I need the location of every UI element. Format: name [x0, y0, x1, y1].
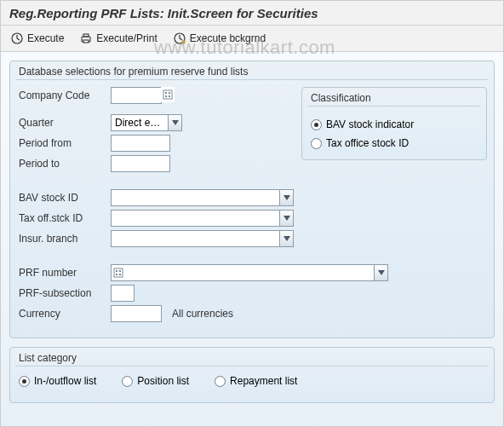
- execute-button[interactable]: Execute: [4, 29, 70, 48]
- toolbar: Execute Execute/Print Execute bckgrnd: [1, 26, 503, 52]
- execute-label: Execute: [27, 32, 64, 44]
- insur-branch-label: Insur. branch: [19, 233, 111, 245]
- clock-execute-icon: [10, 32, 24, 45]
- radio-bav-stock-indicator[interactable]: BAV stock indicator: [311, 115, 478, 134]
- chevron-down-icon: [279, 190, 293, 205]
- company-code-label: Company Code: [19, 89, 111, 101]
- value-help-icon[interactable]: [112, 265, 125, 280]
- svg-rect-14: [116, 274, 117, 275]
- list-category-title: List category: [10, 348, 494, 366]
- radio-label: In-/outflow list: [34, 375, 96, 387]
- prf-number-select[interactable]: [111, 264, 388, 281]
- radio-icon: [122, 376, 133, 387]
- classification-title: Classification: [302, 88, 486, 106]
- execute-print-label: Execute/Print: [96, 32, 157, 44]
- bav-stock-id-select[interactable]: [111, 189, 294, 206]
- radio-in-outflow-list[interactable]: In-/outflow list: [19, 375, 96, 387]
- prf-subsection-label: PRF-subsection: [19, 287, 111, 299]
- quarter-label: Quarter: [19, 117, 111, 129]
- period-to-label: Period to: [19, 158, 111, 170]
- value-help-icon[interactable]: [161, 87, 175, 102]
- quarter-select[interactable]: Direct en…: [111, 114, 182, 131]
- period-from-input[interactable]: [111, 135, 170, 152]
- clock-bg-icon: [173, 32, 186, 45]
- radio-label: Tax office stock ID: [326, 137, 409, 149]
- page-title: Reg.Reporting PRF Lists: Init.Screen for…: [9, 6, 318, 20]
- print-icon: [79, 32, 93, 45]
- tax-off-stck-id-label: Tax off.stck ID: [19, 212, 111, 224]
- svg-rect-7: [165, 92, 167, 94]
- svg-rect-10: [169, 95, 170, 97]
- radio-icon: [19, 376, 30, 387]
- company-code-input[interactable]: [111, 87, 162, 104]
- chevron-down-icon: [279, 231, 293, 246]
- radio-tax-office-stock-id[interactable]: Tax office stock ID: [311, 134, 478, 153]
- quarter-value: Direct en…: [112, 117, 168, 129]
- currency-input[interactable]: [111, 305, 162, 322]
- all-currencies-text: All currencies: [172, 308, 233, 320]
- divider: [307, 106, 481, 107]
- radio-repayment-list[interactable]: Repayment list: [215, 375, 297, 387]
- radio-label: BAV stock indicator: [326, 118, 414, 130]
- svg-rect-3: [83, 40, 89, 43]
- tax-off-stck-id-select[interactable]: [111, 210, 294, 227]
- radio-position-list[interactable]: Position list: [122, 375, 189, 387]
- radio-label: Position list: [137, 375, 189, 387]
- chevron-down-icon: [168, 115, 181, 130]
- period-from-label: Period from: [19, 137, 111, 149]
- prf-number-label: PRF number: [19, 267, 111, 279]
- svg-rect-2: [83, 34, 89, 37]
- radio-icon: [311, 119, 322, 130]
- svg-rect-13: [119, 270, 121, 272]
- radio-label: Repayment list: [230, 375, 297, 387]
- classification-group: Classification BAV stock indicator Tax o…: [301, 87, 487, 160]
- svg-rect-8: [169, 92, 170, 94]
- radio-icon: [215, 376, 226, 387]
- execute-print-button[interactable]: Execute/Print: [73, 29, 163, 48]
- svg-rect-12: [116, 270, 117, 272]
- period-to-input[interactable]: [111, 155, 170, 172]
- svg-rect-6: [163, 90, 172, 99]
- svg-rect-11: [114, 268, 123, 277]
- execute-bg-button[interactable]: Execute bckgrnd: [167, 29, 272, 48]
- db-selections-title: Database selections for premium reserve …: [10, 61, 494, 79]
- chevron-down-icon: [374, 265, 387, 280]
- insur-branch-select[interactable]: [111, 230, 294, 247]
- currency-label: Currency: [19, 308, 111, 320]
- radio-icon: [311, 138, 322, 149]
- chevron-down-icon: [279, 211, 293, 226]
- titlebar: Reg.Reporting PRF Lists: Init.Screen for…: [1, 1, 503, 26]
- divider: [15, 79, 489, 80]
- list-category-panel: List category In-/outflow list Position …: [9, 347, 495, 403]
- bav-stock-id-label: BAV stock ID: [19, 192, 111, 204]
- svg-point-5: [181, 40, 185, 43]
- svg-rect-15: [119, 274, 121, 275]
- content-area: Database selections for premium reserve …: [1, 52, 503, 427]
- svg-rect-9: [165, 95, 167, 97]
- divider: [15, 366, 489, 366]
- execute-bg-label: Execute bckgrnd: [190, 32, 266, 44]
- prf-subsection-input[interactable]: [111, 285, 135, 302]
- db-selections-panel: Database selections for premium reserve …: [9, 61, 495, 338]
